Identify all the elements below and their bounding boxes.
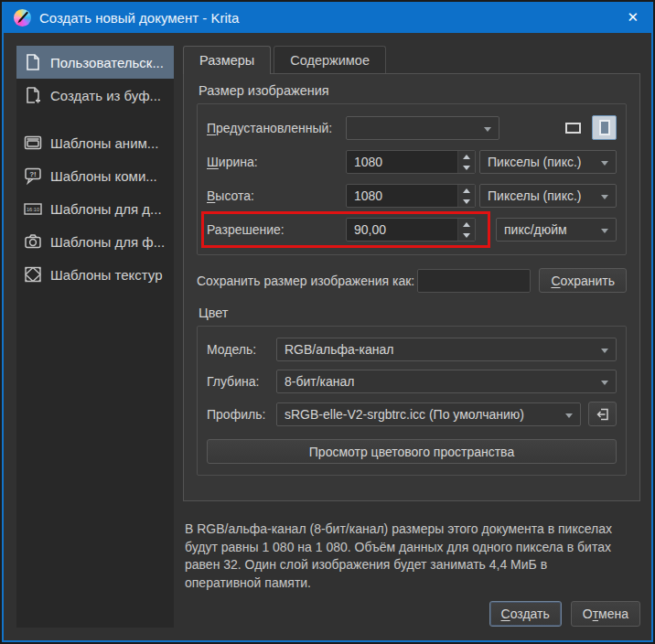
spin-up-icon[interactable]: [463, 188, 470, 193]
texture-icon: [23, 264, 50, 284]
landscape-icon: [565, 123, 581, 134]
height-label: Высота:: [207, 188, 346, 203]
portrait-orientation-button[interactable]: [592, 115, 617, 140]
height-spin-buttons[interactable]: [457, 185, 475, 207]
new-document-dialog: Создать новый документ - Krita ✕ Пользов…: [2, 2, 653, 642]
spin-down-icon[interactable]: [463, 166, 470, 170]
spin-down-icon[interactable]: [463, 233, 470, 238]
resolution-spin-buttons[interactable]: [457, 219, 475, 241]
dialog-buttons: Создать Отмена: [183, 601, 640, 628]
height-value: 1080: [347, 185, 457, 207]
sidebar-item-custom[interactable]: Пользовательск...: [16, 46, 174, 79]
chevron-down-icon: [565, 413, 573, 418]
create-button[interactable]: Создать: [489, 601, 562, 627]
sidebar-item-from-clipboard[interactable]: Создать из буф...: [16, 79, 174, 112]
window-title: Создать новый документ - Krita: [39, 10, 611, 26]
width-value: 1080: [347, 151, 457, 173]
height-unit-value: Пикселы (пикс.): [488, 188, 582, 203]
tab-label: Размеры: [199, 53, 254, 68]
titlebar[interactable]: Создать новый документ - Krita ✕: [4, 2, 651, 33]
sidebar-item-label: Шаблоны текстур: [50, 267, 163, 283]
document-plus-icon: [23, 85, 50, 105]
depth-label: Глубина:: [207, 374, 276, 389]
preset-dropdown[interactable]: [346, 116, 499, 140]
landscape-orientation-button[interactable]: [561, 115, 585, 140]
svg-text:?!: ?!: [29, 170, 37, 178]
color-model-value: RGB/альфа-канал: [285, 342, 393, 357]
save-size-label: Сохранить размер изображения как:: [197, 274, 417, 288]
color-model-dropdown[interactable]: RGB/альфа-канал: [276, 338, 617, 361]
sidebar-item-animation-templates[interactable]: Шаблоны аним...: [16, 126, 174, 159]
sidebar-item-label: Шаблоны аним...: [50, 135, 158, 151]
summary-line: будут равны 1 080 на 1 080. Объём данных…: [185, 539, 640, 557]
width-spin-buttons[interactable]: [457, 151, 475, 173]
ratio-16-10-icon: 16:10: [23, 199, 50, 219]
resolution-unit-dropdown[interactable]: пикс/дюйм: [496, 218, 617, 242]
import-profile-button[interactable]: [588, 402, 617, 426]
sidebar-item-label: Создать из буф...: [50, 88, 161, 103]
resolution-label: Разрешение:: [207, 222, 346, 237]
color-profile-dropdown[interactable]: sRGB-elle-V2-srgbtrc.icc (По умолчанию): [276, 402, 581, 426]
sidebar-item-texture-templates[interactable]: Шаблоны текстур: [16, 258, 174, 291]
sidebar-item-comic-templates[interactable]: ?! Шаблоны коми...: [16, 159, 174, 192]
save-size-button[interactable]: Сохранить: [539, 268, 627, 293]
portrait-icon: [599, 120, 610, 135]
sidebar-item-label: Шаблоны для ф...: [50, 234, 165, 250]
main-area: Размеры Содержимое Размер изображения Пр…: [183, 44, 640, 628]
chevron-down-icon: [601, 229, 608, 233]
sidebar-item-label: Шаблоны для д...: [50, 201, 162, 217]
resolution-unit-value: пикс/дюйм: [504, 222, 567, 237]
chevron-down-icon: [601, 161, 608, 166]
width-label: Ширина:: [207, 155, 346, 169]
sidebar-item-label: Пользовательск...: [50, 55, 164, 70]
width-unit-value: Пикселы (пикс.): [488, 155, 582, 169]
close-button[interactable]: ✕: [611, 9, 639, 26]
chevron-down-icon: [484, 127, 491, 132]
cancel-button[interactable]: Отмена: [571, 601, 640, 627]
model-label: Модель:: [207, 342, 276, 357]
profile-label: Профиль:: [207, 407, 276, 422]
height-unit-dropdown[interactable]: Пикселы (пикс.): [479, 184, 617, 208]
image-size-group-title: Размер изображения: [197, 81, 627, 103]
preset-label: Предустановленный:: [207, 121, 346, 135]
spin-up-icon[interactable]: [463, 222, 470, 227]
svg-text:16:10: 16:10: [27, 207, 39, 212]
spin-up-icon[interactable]: [463, 155, 470, 159]
tab-content[interactable]: Содержимое: [274, 46, 386, 73]
chevron-down-icon: [601, 349, 608, 353]
template-category-list: Пользовательск... Создать из буф...: [16, 46, 174, 628]
summary-line: В RGB/альфа-канал (8-бит/канал) размеры …: [185, 521, 640, 539]
dimensions-tab-panel: Размер изображения Предустановленный:: [183, 73, 640, 501]
resolution-value: 90,00: [347, 219, 457, 241]
image-size-groupbox: Предустановленный: Ширина:: [197, 103, 627, 255]
color-profile-value: sRGB-elle-V2-srgbtrc.icc (По умолчанию): [285, 407, 524, 422]
blank-document-icon: [23, 52, 50, 72]
chevron-down-icon: [601, 195, 608, 199]
height-spinbox[interactable]: 1080: [346, 184, 476, 208]
summary-line: оперативной памяти.: [185, 574, 640, 593]
screen: Создать новый документ - Krita ✕ Пользов…: [0, 0, 655, 644]
document-summary-text: В RGB/альфа-канал (8-бит/канал) размеры …: [183, 521, 640, 592]
tab-dimensions[interactable]: Размеры: [183, 46, 271, 74]
width-unit-dropdown[interactable]: Пикселы (пикс.): [479, 150, 617, 174]
comic-bubble-icon: ?!: [23, 166, 50, 186]
resolution-spinbox[interactable]: 90,00: [346, 218, 476, 242]
color-space-browser-button[interactable]: Просмотр цветового пространства: [207, 439, 617, 464]
sidebar-item-photo-templates[interactable]: Шаблоны для ф...: [16, 225, 174, 258]
camera-icon: [23, 231, 50, 252]
color-depth-dropdown[interactable]: 8-бит/канал: [276, 370, 617, 393]
save-size-row: Сохранить размер изображения как: Сохран…: [197, 268, 627, 293]
orientation-buttons: [499, 115, 617, 140]
krita-logo-icon: [14, 9, 31, 27]
save-size-name-input[interactable]: [417, 269, 531, 293]
sidebar-item-label: Шаблоны коми...: [50, 168, 157, 184]
width-spinbox[interactable]: 1080: [346, 150, 476, 174]
color-depth-value: 8-бит/канал: [285, 374, 355, 389]
sidebar-item-design-templates[interactable]: 16:10 Шаблоны для д...: [16, 192, 174, 225]
color-groupbox: Модель: RGB/альфа-канал Глубина: 8-бит/к…: [197, 326, 627, 476]
animation-icon: [23, 133, 50, 153]
summary-line: равен 32. Один слой изображения будет за…: [185, 556, 640, 574]
spin-down-icon[interactable]: [463, 199, 470, 204]
tabbar: Размеры Содержимое: [183, 46, 640, 73]
chevron-down-icon: [601, 381, 608, 385]
